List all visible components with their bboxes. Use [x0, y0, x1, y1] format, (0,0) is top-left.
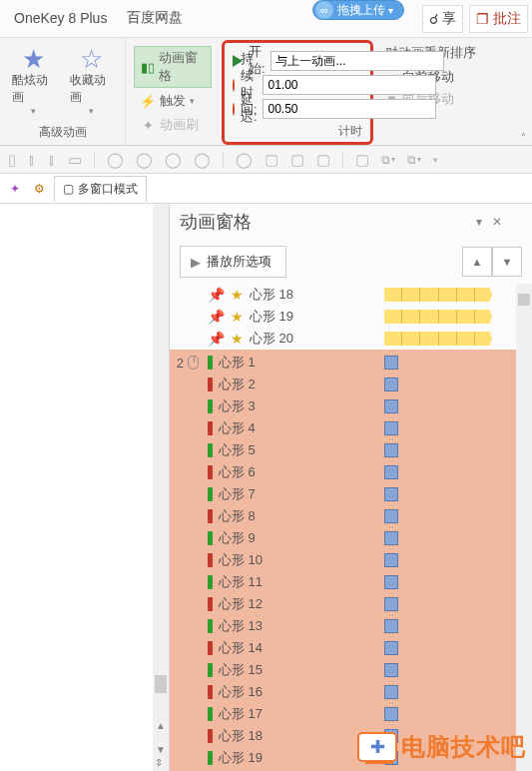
scroll-down-icon[interactable]: ▼	[156, 744, 166, 755]
scroll-up-icon[interactable]: ▲	[156, 720, 166, 731]
pane-icon: ▮▯	[141, 60, 155, 75]
timeline-box	[384, 443, 398, 457]
tab-baidu[interactable]: 百度网盘	[117, 1, 193, 37]
list-item-label: 心形 9	[219, 529, 274, 547]
list-item[interactable]: 心形 11	[170, 571, 516, 593]
color-bar-icon	[208, 378, 213, 391]
cool-anim-button[interactable]: ★ 酷炫动画 ▾	[8, 42, 60, 120]
list-item[interactable]: 心形 4	[170, 417, 516, 439]
pin-icon: 📌	[208, 331, 225, 347]
align-top-icon[interactable]: ▭	[68, 151, 82, 169]
list-item-label: 心形 2	[219, 376, 274, 393]
ellipse5-icon[interactable]: ◯	[236, 151, 253, 169]
multi-window-button[interactable]: ▢ 多窗口模式	[54, 176, 147, 202]
ellipse2-icon[interactable]: ◯	[136, 151, 153, 169]
ribbon-collapse-button[interactable]: ˄	[521, 132, 526, 143]
list-item[interactable]: 📌 ★ 心形 19	[170, 306, 516, 328]
color-bar-icon	[208, 509, 213, 523]
color-bar-icon	[208, 729, 213, 743]
list-item[interactable]: 心形 6	[170, 461, 516, 483]
painter-icon: ✦	[140, 118, 156, 133]
tab-onekey[interactable]: OneKey 8 Plus	[4, 2, 117, 36]
start-input[interactable]	[270, 51, 444, 71]
ellipse4-icon[interactable]: ◯	[194, 151, 211, 169]
list-item-label: 心形 10	[219, 551, 274, 569]
color-bar-icon	[208, 619, 213, 633]
animation-painter-button[interactable]: ✦ 动画刷	[134, 114, 212, 136]
list-scrollbar[interactable]	[516, 284, 532, 771]
list-item[interactable]: 心形 3	[170, 395, 516, 417]
timeline-box	[384, 399, 398, 413]
cloud-upload-pill[interactable]: ∞ 拖拽上传 ▾	[312, 0, 404, 20]
list-item-label: 心形 1	[219, 354, 274, 372]
mini-toolbar: ✦ ⚙ ▢ 多窗口模式	[0, 174, 532, 204]
timeline-box	[384, 378, 398, 391]
list-item[interactable]: 2 心形 1	[170, 352, 516, 374]
mini-icon-2[interactable]: ⚙	[30, 180, 48, 198]
comment-button[interactable]: ❐批注	[469, 5, 528, 33]
list-item[interactable]: 心形 12	[170, 593, 516, 615]
list-item[interactable]: 心形 13	[170, 615, 516, 637]
pane-close-icon[interactable]: ✕	[492, 215, 502, 229]
timeline-box	[384, 707, 398, 721]
list-item[interactable]: 心形 9	[170, 527, 516, 549]
list-item[interactable]: 心形 15	[170, 659, 516, 681]
animation-list: 📌 ★ 心形 18 📌 ★ 心形 19 📌 ★ 心形 20 2 心形 1 心形 …	[170, 284, 532, 771]
duration-input[interactable]	[263, 75, 436, 95]
align-right-icon[interactable]: ⫿	[48, 151, 56, 168]
chevron-down-icon: ▾	[31, 106, 36, 116]
color-bar-icon	[208, 685, 213, 699]
list-item[interactable]: 心形 16	[170, 681, 516, 703]
list-item[interactable]: 📌 ★ 心形 20	[170, 328, 516, 350]
color-bar-icon	[208, 421, 213, 435]
chevron-down-icon: ▾	[89, 106, 94, 116]
delay-bullet	[233, 103, 235, 116]
delay-input[interactable]	[263, 99, 436, 119]
scroll-dbl-icon[interactable]: ⇕	[155, 757, 163, 768]
list-scroll-thumb[interactable]	[518, 294, 530, 306]
move-up-button[interactable]: ▲	[462, 247, 492, 277]
list-item-label: 心形 12	[219, 595, 274, 613]
duration-bullet	[233, 79, 235, 92]
list-item[interactable]: 心形 7	[170, 483, 516, 505]
ellipse1-icon[interactable]: ◯	[107, 151, 124, 169]
thumb-scrollbar[interactable]: ▲ ▼ ⇕	[153, 204, 169, 771]
list-item[interactable]: 心形 10	[170, 549, 516, 571]
list-item-label: 心形 18	[219, 727, 274, 745]
list-item[interactable]: 心形 5	[170, 439, 516, 461]
list-item[interactable]: 心形 8	[170, 505, 516, 527]
move-down-button[interactable]: ▼	[492, 247, 522, 277]
play-icon: ▶	[191, 255, 201, 270]
pane-dropdown-icon[interactable]: ▾	[476, 215, 482, 229]
list-item-label: 心形 15	[219, 661, 274, 679]
color-bar-icon	[208, 597, 213, 611]
align-center-icon[interactable]: ⫿	[28, 151, 36, 168]
crop4-icon[interactable]: ▢	[355, 151, 369, 169]
color-bar-icon	[208, 663, 213, 677]
list-item[interactable]: 心形 14	[170, 637, 516, 659]
list-item[interactable]: 📌 ★ 心形 18	[170, 284, 516, 306]
more-icon[interactable]: ▾	[433, 155, 438, 165]
timeline-box	[384, 356, 398, 370]
timeline-box	[384, 685, 398, 699]
play-selected-button[interactable]: ▶ 播放所选项	[180, 246, 286, 278]
star-icon: ★	[231, 331, 244, 347]
collect-anim-button[interactable]: ☆ 收藏动画 ▾	[66, 42, 118, 120]
align-left-icon[interactable]: ▯	[8, 151, 16, 169]
watermark-text: 电脑技术吧	[401, 731, 526, 763]
crop2-icon[interactable]: ▢	[290, 151, 304, 169]
animation-pane-button[interactable]: ▮▯ 动画窗格	[134, 46, 212, 88]
timeline-box	[384, 575, 398, 589]
timeline-box	[384, 597, 398, 611]
share-button[interactable]: ☌享	[422, 5, 463, 33]
scroll-thumb[interactable]	[155, 675, 167, 693]
crop-icon[interactable]: ▢	[265, 151, 278, 169]
mini-icon-1[interactable]: ✦	[6, 180, 24, 198]
list-item[interactable]: 心形 2	[170, 374, 516, 395]
ungroup-dropdown[interactable]: ⧉▾	[407, 153, 421, 167]
list-item[interactable]: 心形 17	[170, 703, 516, 725]
ellipse3-icon[interactable]: ◯	[165, 151, 182, 169]
trigger-button[interactable]: ⚡ 触发 ▾	[134, 90, 212, 112]
crop3-icon[interactable]: ▢	[316, 151, 330, 169]
group-dropdown[interactable]: ⧉▾	[381, 153, 395, 167]
